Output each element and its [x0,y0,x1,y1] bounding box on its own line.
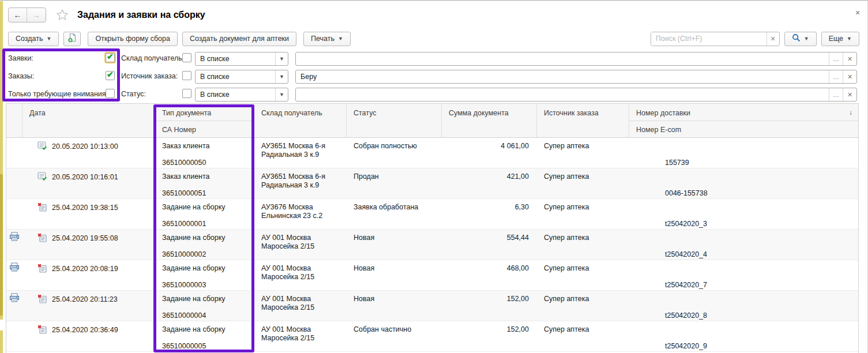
cell-sum: 421,00 [442,168,537,198]
filter-status-condition-select[interactable]: В списке ▼ [195,88,288,102]
window-close-button[interactable]: × [852,7,863,18]
sort-descending-icon: ↓ [849,108,852,117]
arrow-right-icon: → [32,10,40,20]
cell-sum: 554,44 [442,230,537,260]
cell-ca-number: 36510000051 [162,189,206,198]
status-clear-button[interactable]: ✕ [843,88,856,101]
create-new-document-button[interactable] [63,32,81,46]
filter-orders-checkbox[interactable] [106,71,115,80]
search-input[interactable] [651,32,766,46]
document-marked-icon [37,294,47,321]
create-pharmacy-doc-label: Создать документ для аптеки [190,35,289,43]
cell-status: Новая [347,291,442,321]
filter-status-checkbox[interactable] [182,89,191,98]
table-row[interactable]: 25.04.2020 19:55:08 Задание на сборку 36… [6,230,858,260]
chevron-down-icon: ▼ [275,70,288,83]
cell-ecom-number: t25042020_4 [665,250,707,259]
document-posted-icon [37,172,47,198]
chevron-down-icon: ▼ [338,36,343,42]
source-ellipsis-button[interactable]: … [829,70,843,83]
condition-value: В списке [196,91,275,99]
cell-doc-type: Задание на сборку [162,325,226,333]
filter-warehouse-label: Склад получатель: [121,54,184,62]
document-posted-icon [37,141,47,168]
filter-warehouse-value-field: … ✕ [295,52,857,66]
cell-ca-number: 36510000004 [162,311,206,320]
filter-source-value-input[interactable] [296,73,829,81]
condition-value: В списке [196,55,275,63]
cell-date: 25.04.2020 19:55:08 [52,234,118,260]
warehouse-ellipsis-button[interactable]: … [829,52,843,65]
column-header-warehouse[interactable]: Склад получатель [254,104,347,137]
filter-warehouse-value-input[interactable] [296,55,829,63]
filter-requests-label: Заявки: [8,54,33,62]
cell-doc-type: Задание на сборку [162,203,226,211]
back-button[interactable]: ← [9,8,27,22]
filter-requests-checkbox[interactable] [106,53,115,62]
chevron-down-icon: ▼ [847,36,852,42]
open-collect-form-button[interactable]: Открыть форму сбора [88,32,177,46]
cell-sum: 6,30 [442,199,537,229]
table-row[interactable]: 25.04.2020 20:11:23 Задание на сборку 36… [6,291,858,321]
cell-date: 25.04.2020 20:36:49 [52,325,118,351]
filter-attention-checkbox[interactable] [106,89,115,98]
cell-ca-number: 36510000003 [162,281,206,290]
cell-ca-number: 36510000050 [162,159,206,167]
filter-source-label: Источник заказа: [121,72,178,80]
create-pharmacy-doc-button[interactable]: Создать документ для аптеки [182,32,296,46]
filter-attention-label: Только требующие внимания: [8,90,108,98]
forward-button[interactable]: → [27,8,46,22]
status-ellipsis-button[interactable]: … [829,88,843,101]
table-row[interactable]: 20.05.2020 10:13:00 Заказ клиента 365100… [6,138,858,168]
table-row[interactable]: 25.04.2020 20:08:19 Задание на сборку 36… [6,260,858,291]
filter-status-value-input[interactable] [296,91,829,99]
print-button[interactable]: Печать ▼ [303,32,351,46]
column-header-sum[interactable]: Сумма документа [442,104,537,137]
cell-sum: 152,00 [442,321,537,351]
more-button[interactable]: Еще ▼ [821,32,859,46]
cell-ca-number: 36510000001 [162,220,206,228]
search-icon [792,33,801,44]
table-row[interactable]: 20.05.2020 10:16:01 Заказ клиента 365100… [6,168,858,199]
cell-doc-type: Задание на сборку [162,264,226,272]
cell-sum: 468,00 [442,260,537,290]
create-button[interactable]: Создать ▼ [8,32,59,46]
cell-status: Новая [347,260,442,290]
table-row[interactable]: 25.04.2020 20:36:49 Задание на сборку 36… [6,321,858,352]
cell-ecom-number: 155739 [665,159,689,167]
column-header-delivery[interactable]: Номер доставки ↓ Номер E-com [629,104,858,137]
column-header-ecom[interactable]: Номер E-com [636,126,681,134]
cell-date: 25.04.2020 19:38:15 [52,203,118,229]
cell-sum: 4 061,00 [442,138,537,168]
source-clear-button[interactable]: ✕ [843,70,856,83]
cell-date: 20.05.2020 10:16:01 [52,172,118,198]
favorite-star-icon[interactable] [55,8,69,22]
column-header-source[interactable]: Источник заказа [537,104,629,137]
ellipsis-icon: … [833,91,839,98]
warehouse-clear-button[interactable]: ✕ [843,52,856,65]
document-marked-icon [37,202,47,229]
documents-table: Дата Тип документа СА Номер Склад получа… [6,103,859,353]
filter-source-checkbox[interactable] [182,71,191,80]
cell-warehouse: АУ 001 Москва Маросейка 2/15 [254,230,347,260]
cell-source: Супер аптека [537,138,629,168]
cell-status: Собран полностью [347,138,442,168]
print-button-label: Печать [311,35,335,43]
table-row[interactable]: 25.04.2020 19:38:15 Задание на сборку 36… [6,199,858,230]
search-clear-button[interactable]: ✕ [766,32,779,46]
filter-source-condition-select[interactable]: В списке ▼ [195,70,288,84]
history-nav: ← → [8,7,46,22]
column-header-ca-number[interactable]: СА Номер [162,126,196,134]
column-header-date[interactable]: Дата [22,104,155,137]
cell-warehouse: АУ3651 Москва 6-я Радиальная 3 к.9 [254,138,347,168]
left-dock-strip-bottom [0,331,3,353]
column-header-doc-type[interactable]: Тип документа СА Номер [155,104,254,137]
column-header-status[interactable]: Статус [347,104,442,137]
search-options-button[interactable]: ▼ [784,32,817,46]
filter-warehouse-condition-select[interactable]: В списке ▼ [195,52,288,66]
filter-warehouse-checkbox[interactable] [182,53,191,62]
close-icon: ✕ [847,55,852,62]
cell-status: Продан [347,168,442,198]
cell-warehouse: АУ3676 Москва Ельнинская 23 с.2 [254,199,347,229]
cell-doc-type: Заказ клиента [162,172,210,181]
